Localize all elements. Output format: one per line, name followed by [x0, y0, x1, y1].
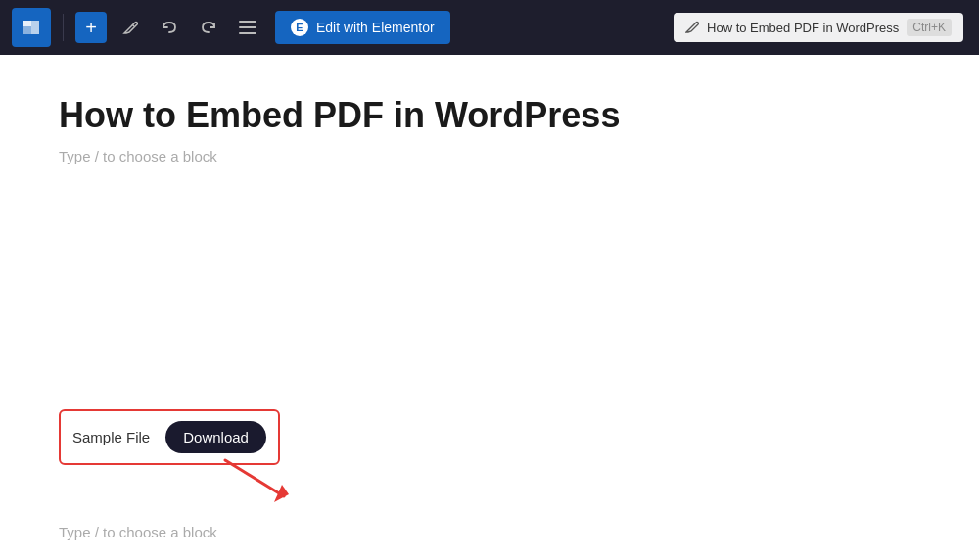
download-button[interactable]: Download — [165, 421, 266, 453]
main-content: How to Embed PDF in WordPress Type / to … — [0, 55, 979, 560]
elementor-btn-label: Edit with Elementor — [316, 20, 435, 35]
page-title: How to Embed PDF in WordPress — [59, 94, 920, 136]
block-placeholder-bottom[interactable]: Type / to choose a block — [59, 524, 920, 540]
arrow-svg — [215, 455, 294, 504]
pen-tool-button[interactable] — [115, 12, 146, 43]
edit-with-elementor-button[interactable]: E Edit with Elementor — [275, 11, 450, 44]
block-placeholder-top[interactable]: Type / to choose a block — [59, 148, 920, 164]
menu-button[interactable] — [232, 12, 263, 43]
arrow-indicator — [215, 455, 294, 504]
toolbar-divider — [63, 14, 64, 41]
search-bar-text: How to Embed PDF in WordPress — [707, 21, 899, 35]
search-pen-icon — [685, 20, 699, 36]
svg-rect-1 — [239, 26, 256, 28]
keyboard-shortcut: Ctrl+K — [907, 19, 952, 36]
redo-button[interactable] — [193, 12, 224, 43]
add-block-button[interactable]: + — [75, 12, 107, 43]
site-logo[interactable] — [12, 8, 51, 47]
elementor-icon: E — [291, 19, 308, 36]
content-spacer — [59, 180, 920, 409]
download-widget-wrapper: Sample File Download — [59, 409, 920, 465]
svg-rect-0 — [239, 21, 256, 23]
undo-button[interactable] — [154, 12, 185, 43]
download-filename: Sample File — [72, 429, 150, 445]
search-bar[interactable]: How to Embed PDF in WordPress Ctrl+K — [674, 13, 963, 42]
svg-marker-4 — [274, 485, 289, 502]
svg-line-3 — [225, 460, 284, 496]
toolbar: + E Edit with Elementor — [0, 0, 979, 55]
svg-rect-2 — [239, 32, 256, 34]
